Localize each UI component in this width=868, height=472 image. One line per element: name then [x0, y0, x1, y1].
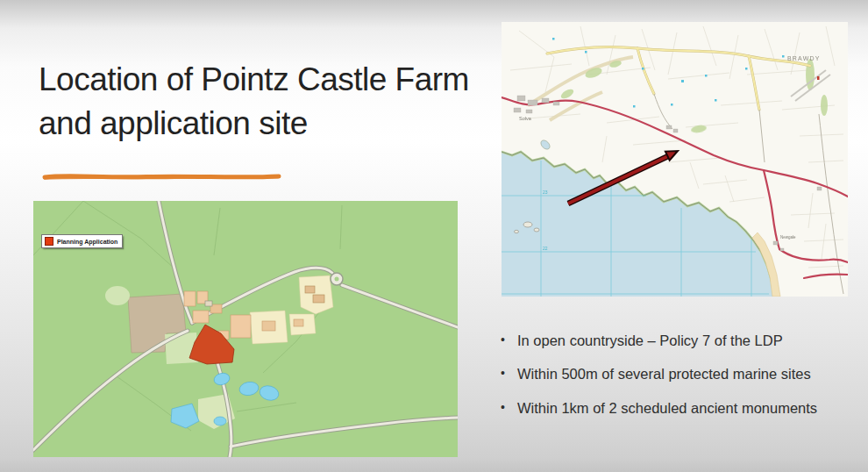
roundabout-island: [335, 277, 339, 282]
slide: Location of Pointz Castle Farm and appli…: [0, 0, 868, 472]
label-brawdy: BRAWDY: [787, 55, 821, 61]
legend-red-swatch: [45, 237, 53, 246]
planning-application-map: Planning Application: [33, 201, 458, 457]
title-underline: [41, 170, 285, 184]
bullet-list: In open countryside – Policy 7 of the LD…: [494, 332, 857, 433]
grid-ref-23: 23: [543, 190, 548, 195]
os-location-map: 23 22 BRAWDY Solva Newgale: [502, 22, 848, 297]
map-symbol: [817, 76, 820, 80]
legend-label: Planning Application: [57, 239, 117, 245]
label-solva: Solva: [519, 116, 532, 121]
bullet-item-3: Within 1km of 2 scheduled ancient monume…: [494, 399, 857, 418]
grid-ref-22: 22: [543, 246, 548, 251]
label-newgale: Newgale: [780, 235, 796, 240]
bullet-item-2: Within 500m of several protected marine …: [494, 365, 857, 383]
os-map-canvas: 23 22 BRAWDY Solva Newgale: [502, 22, 848, 297]
map-legend: Planning Application: [41, 234, 123, 248]
page-title: Location of Pointz Castle Farm and appli…: [39, 58, 503, 147]
bullet-item-1: In open countryside – Policy 7 of the LD…: [494, 332, 857, 350]
